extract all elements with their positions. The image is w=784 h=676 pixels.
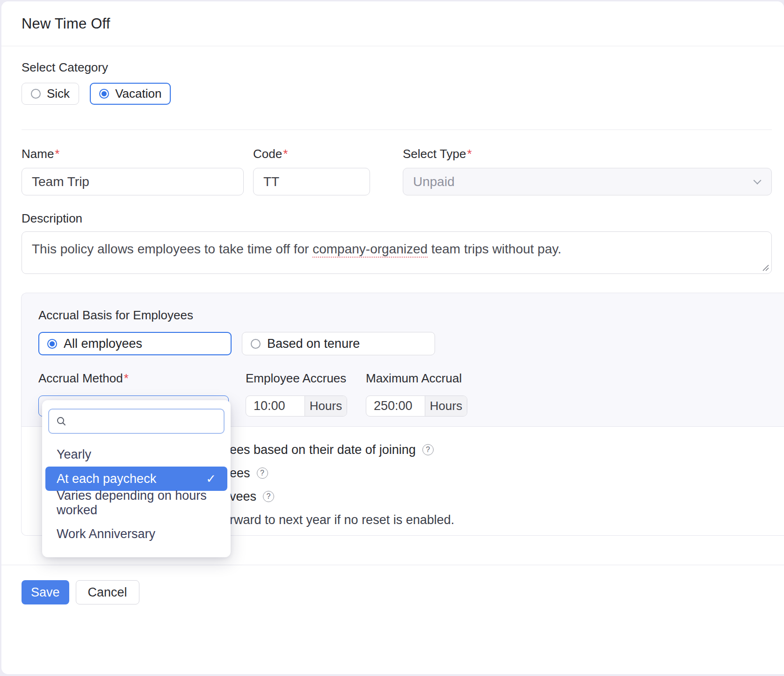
category-option-label: Vacation [115,86,161,101]
policy-option-text: ees [230,466,250,481]
radio-selected-icon [99,89,109,99]
accrual-method-dropdown: Yearly At each paycheck ✓ Varies dependi… [42,400,231,557]
save-button[interactable]: Save [22,580,69,604]
basis-option-label: All employees [64,337,142,351]
carry-forward-note: rward to next year if no reset is enable… [230,513,454,527]
description-label: Description [22,211,772,226]
category-option-sick[interactable]: Sick [22,83,79,105]
dropdown-search-input[interactable] [48,409,225,434]
policy-option-row: vees ? [230,485,784,508]
maximum-accrual-label: Maximum Accrual [366,371,467,386]
help-icon[interactable]: ? [422,444,434,455]
check-icon: ✓ [206,472,216,486]
required-asterisk: * [467,147,472,161]
name-input[interactable]: Team Trip [22,168,244,195]
required-asterisk: * [283,147,288,161]
dropdown-option-varies-depending[interactable]: Varies depending on hours worked [45,491,227,515]
name-label: Name* [22,147,244,161]
basis-option-all-employees[interactable]: All employees [38,332,232,355]
radio-icon [251,339,261,349]
description-textarea[interactable]: This policy allows employees to take tim… [22,231,772,274]
search-icon [56,416,67,427]
cancel-button[interactable]: Cancel [76,580,139,604]
form-footer: Save Cancel [1,565,784,604]
accrual-basis-label: Accrual Basis for Employees [38,308,784,323]
required-asterisk: * [124,371,129,385]
help-icon[interactable]: ? [257,467,268,479]
maximum-accrual-unit: Hours [425,396,467,416]
category-option-vacation[interactable]: Vacation [90,83,171,105]
form-header: New Time Off [1,1,784,46]
required-asterisk: * [55,147,59,161]
page-title: New Time Off [22,15,110,32]
basis-option-based-on-tenure[interactable]: Based on tenure [242,332,435,355]
dropdown-option-work-anniversary[interactable]: Work Anniversary [45,522,227,546]
dropdown-options-list: Yearly At each paycheck ✓ Varies dependi… [42,442,231,546]
code-label: Code* [253,147,370,161]
dropdown-option-at-each-paycheck[interactable]: At each paycheck ✓ [45,467,227,491]
dropdown-option-yearly[interactable]: Yearly [45,442,227,467]
basis-option-label: Based on tenure [267,337,360,351]
resize-handle-icon[interactable] [762,264,769,271]
maximum-accrual-input[interactable]: 250:00 [366,396,425,416]
radio-selected-icon [47,339,57,349]
policy-option-text: vees [230,489,256,504]
misspelled-word: company-organized [312,242,428,258]
select-type-label: Select Type* [403,147,772,161]
policy-note-row: rward to next year if no reset is enable… [230,508,784,532]
select-category-label: Select Category [22,60,772,75]
category-option-label: Sick [47,86,70,101]
accrual-method-label: Accrual Method* [38,371,229,386]
policy-option-text: ees based on their date of joining [230,443,416,457]
help-icon[interactable]: ? [263,491,274,502]
employee-accrues-input[interactable]: 10:00 [246,396,305,416]
employee-accrues-label: Employee Accrues [246,371,347,386]
new-time-off-form: New Time Off Select Category Sick Vacati… [1,1,784,674]
radio-icon [31,89,41,99]
type-select[interactable]: Unpaid [403,168,772,195]
employee-accrues-unit: Hours [305,396,347,416]
policy-option-row: ees ? [230,461,784,485]
chevron-down-icon [754,176,762,184]
type-select-value: Unpaid [413,174,455,189]
code-input[interactable]: TT [253,168,370,195]
policy-option-row: ees based on their date of joining ? [230,438,784,461]
